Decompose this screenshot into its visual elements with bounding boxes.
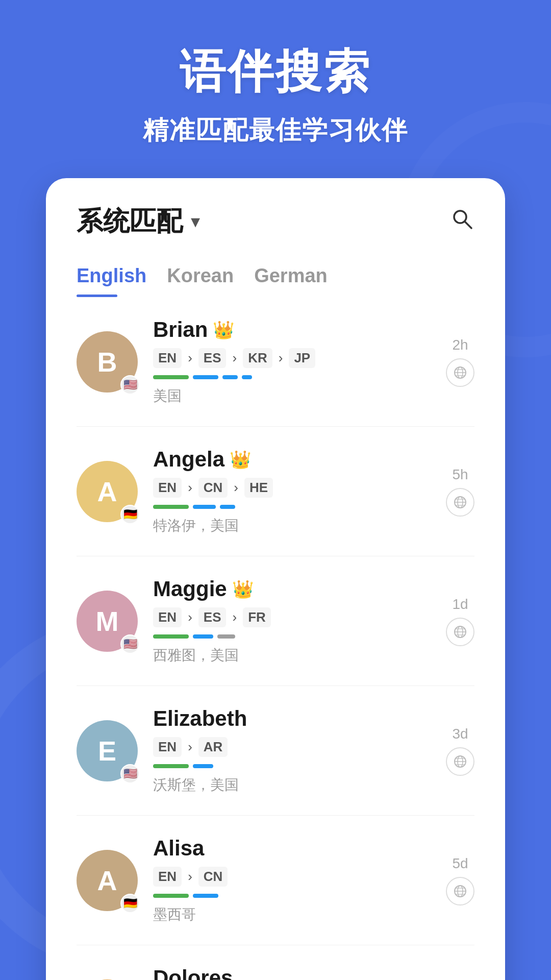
globe-icon[interactable] xyxy=(446,358,474,387)
avatar: M🇺🇸 xyxy=(77,591,138,652)
user-item[interactable]: D🇺🇸DoloresEN›KR美国3d xyxy=(77,945,474,980)
flag-badge: 🇩🇪 xyxy=(120,894,140,913)
arrow-icon: › xyxy=(188,739,192,755)
lang-tag: CN xyxy=(198,867,228,887)
user-name: Maggie xyxy=(153,577,227,601)
progress-bar xyxy=(242,375,252,379)
avatar: B🇺🇸 xyxy=(77,331,138,393)
lang-tag: JP xyxy=(289,348,315,368)
lang-row: EN›ES›FR xyxy=(153,607,431,627)
user-item[interactable]: A🇩🇪AlisaEN›CN墨西哥5d xyxy=(77,816,474,945)
user-right: 5h xyxy=(446,467,474,517)
arrow-icon: › xyxy=(188,480,192,496)
user-name: Angela xyxy=(153,447,224,472)
arrow-icon: › xyxy=(279,350,283,366)
location-text: 特洛伊，美国 xyxy=(153,516,431,535)
progress-bar xyxy=(153,634,189,639)
progress-bar xyxy=(153,505,189,509)
progress-bar xyxy=(220,505,235,509)
progress-bars xyxy=(153,764,431,768)
lang-tag: EN xyxy=(153,737,182,757)
progress-bars xyxy=(153,894,431,898)
location-text: 沃斯堡，美国 xyxy=(153,775,431,795)
user-right: 3d xyxy=(446,726,474,776)
crown-icon: 👑 xyxy=(230,449,251,470)
user-info: Angela👑EN›CN›HE特洛伊，美国 xyxy=(153,447,431,535)
main-card: 系统匹配 ▾ EnglishKoreanGerman B🇺🇸Brian👑EN›E… xyxy=(46,178,505,980)
globe-icon[interactable] xyxy=(446,488,474,517)
crown-icon: 👑 xyxy=(232,579,254,599)
user-item[interactable]: E🇺🇸ElizabethEN›AR沃斯堡，美国3d xyxy=(77,686,474,816)
location-text: 西雅图，美国 xyxy=(153,646,431,665)
lang-row: EN›ES›KR›JP xyxy=(153,348,431,368)
page-container: 语伴搜索 精准匹配最佳学习伙伴 系统匹配 ▾ EnglishKoreanGerm… xyxy=(0,0,551,980)
user-name: Dolores xyxy=(153,966,233,980)
dropdown-button[interactable]: 系统匹配 ▾ xyxy=(77,204,200,239)
progress-bar xyxy=(222,375,238,379)
user-name: Alisa xyxy=(153,836,204,861)
lang-tag: AR xyxy=(198,737,228,757)
lang-tag: ES xyxy=(198,348,227,368)
user-list: B🇺🇸Brian👑EN›ES›KR›JP美国2hA🇩🇪Angela👑EN›CN›… xyxy=(46,297,505,980)
crown-icon: 👑 xyxy=(213,320,234,340)
tab-english[interactable]: English xyxy=(77,255,167,297)
arrow-icon: › xyxy=(188,350,192,366)
lang-tag: EN xyxy=(153,607,182,627)
user-item[interactable]: B🇺🇸Brian👑EN›ES›KR›JP美国2h xyxy=(77,297,474,427)
progress-bar xyxy=(193,375,218,379)
time-text: 5d xyxy=(452,855,468,872)
location-text: 墨西哥 xyxy=(153,905,431,924)
tabs-bar: EnglishKoreanGerman xyxy=(46,239,505,297)
globe-icon[interactable] xyxy=(446,618,474,646)
time-text: 3d xyxy=(452,726,468,742)
lang-row: EN›AR xyxy=(153,737,431,757)
avatar: A🇩🇪 xyxy=(77,461,138,522)
user-right: 5d xyxy=(446,855,474,905)
time-text: 2h xyxy=(452,337,468,353)
lang-tag: ES xyxy=(198,607,227,627)
flag-badge: 🇺🇸 xyxy=(120,764,140,783)
globe-icon[interactable] xyxy=(446,877,474,905)
progress-bar xyxy=(193,764,213,768)
lang-tag: EN xyxy=(153,478,182,498)
progress-bar xyxy=(153,764,189,768)
flag-badge: 🇩🇪 xyxy=(120,505,140,524)
flag-badge: 🇺🇸 xyxy=(120,375,140,395)
user-info: DoloresEN›KR美国 xyxy=(153,966,431,980)
lang-tag: EN xyxy=(153,867,182,887)
tab-korean[interactable]: Korean xyxy=(167,255,254,297)
lang-tag: HE xyxy=(244,478,273,498)
progress-bars xyxy=(153,634,431,639)
progress-bar xyxy=(217,634,235,639)
user-right: 1d xyxy=(446,596,474,646)
avatar: A🇩🇪 xyxy=(77,850,138,911)
sub-title: 精准匹配最佳学习伙伴 xyxy=(143,113,408,148)
progress-bar xyxy=(193,894,218,898)
lang-tag: KR xyxy=(243,348,272,368)
search-icon[interactable] xyxy=(450,207,474,237)
location-text: 美国 xyxy=(153,386,431,406)
arrow-icon: › xyxy=(234,480,238,496)
user-item[interactable]: A🇩🇪Angela👑EN›CN›HE特洛伊，美国5h xyxy=(77,427,474,556)
dropdown-label: 系统匹配 xyxy=(77,204,183,239)
time-text: 1d xyxy=(452,596,468,612)
progress-bar xyxy=(193,634,213,639)
arrow-icon: › xyxy=(232,350,237,366)
lang-row: EN›CN›HE xyxy=(153,478,431,498)
lang-row: EN›CN xyxy=(153,867,431,887)
user-name: Elizabeth xyxy=(153,706,247,731)
globe-icon[interactable] xyxy=(446,747,474,776)
lang-tag: EN xyxy=(153,348,182,368)
main-title: 语伴搜索 xyxy=(180,41,371,103)
progress-bar xyxy=(153,375,189,379)
arrow-icon: › xyxy=(232,609,237,625)
chevron-down-icon: ▾ xyxy=(191,211,200,232)
arrow-icon: › xyxy=(188,609,192,625)
tab-german[interactable]: German xyxy=(254,255,348,297)
avatar: E🇺🇸 xyxy=(77,720,138,781)
progress-bars xyxy=(153,375,431,379)
user-name: Brian xyxy=(153,317,208,342)
time-text: 5h xyxy=(452,467,468,483)
user-item[interactable]: M🇺🇸Maggie👑EN›ES›FR西雅图，美国1d xyxy=(77,556,474,686)
flag-badge: 🇺🇸 xyxy=(120,634,140,654)
